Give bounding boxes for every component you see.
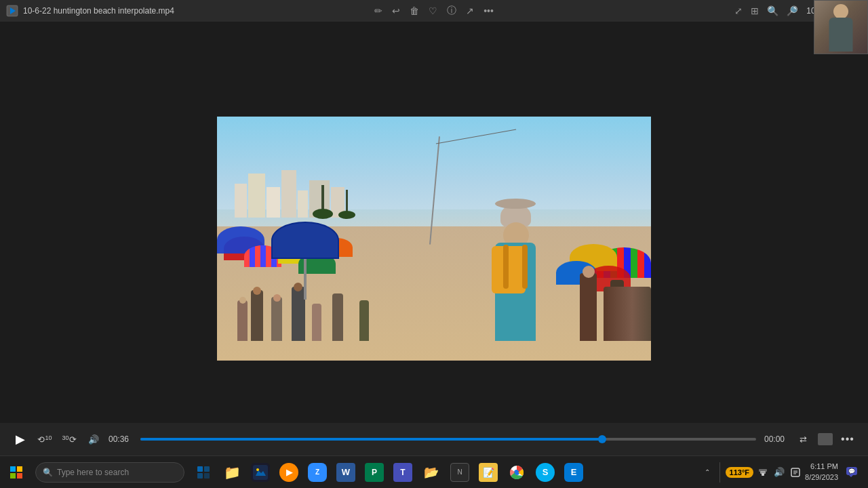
clock-date: 8/29/2023 <box>805 472 838 483</box>
zoom-in-icon[interactable]: 🔍 <box>787 5 798 16</box>
title-bar-center: ✏ ↩ 🗑 ♡ ⓘ ↗ ••• <box>374 5 494 17</box>
more-icon[interactable]: ••• <box>484 5 494 16</box>
volume-button[interactable]: 🔊 <box>84 430 103 449</box>
svg-marker-23 <box>849 475 853 477</box>
webcam-video <box>814 1 867 54</box>
svg-rect-8 <box>197 473 203 479</box>
svg-rect-2 <box>10 466 16 472</box>
zoom-out-icon[interactable]: 🔍 <box>767 5 778 16</box>
show-hidden-icons[interactable]: ⌃ <box>701 466 714 479</box>
svg-rect-5 <box>17 473 22 479</box>
taskbar-word[interactable]: W <box>332 459 359 486</box>
taskbar-system-tray: ⌃ 113°F 🔊 6:11 PM 8/29/2023 <box>701 462 868 483</box>
taskbar-publisher[interactable]: P <box>361 459 388 486</box>
taskbar-skype[interactable]: S <box>532 459 559 486</box>
search-placeholder: Type here to search <box>57 468 129 477</box>
taskbar-edge[interactable]: E <box>560 459 587 486</box>
share-icon[interactable]: ↗ <box>466 5 474 16</box>
svg-rect-3 <box>17 466 22 472</box>
end-time: 00:00 <box>764 434 788 444</box>
search-bar[interactable]: 🔍 Type here to search <box>35 462 184 483</box>
svg-rect-4 <box>10 473 16 479</box>
video-frame <box>217 117 651 361</box>
taskbar-task-view[interactable] <box>190 459 217 486</box>
search-icon: 🔍 <box>43 468 53 477</box>
start-button[interactable] <box>0 456 33 489</box>
title-bar: 10-6-22 huntington beach interpolate.mp4… <box>0 0 868 22</box>
shuffle-button[interactable]: ⇄ <box>793 430 812 449</box>
taskbar-zoom[interactable]: Z <box>304 459 331 486</box>
clock-time: 6:11 PM <box>805 462 838 472</box>
more-controls-button[interactable]: ••• <box>838 430 857 449</box>
fit-icon[interactable]: ⊞ <box>751 5 759 16</box>
player-controls: ▶ ⟲10 30⟳ 🔊 00:36 00:00 ⇄ ••• <box>0 423 868 455</box>
taskbar-chrome[interactable] <box>503 459 530 486</box>
progress-fill <box>140 438 602 441</box>
current-time: 00:36 <box>108 434 132 444</box>
taskbar-notepad[interactable]: N <box>446 459 473 486</box>
svg-point-12 <box>256 468 259 471</box>
playlist-button[interactable] <box>818 433 833 445</box>
info-icon[interactable]: ⓘ <box>447 5 456 17</box>
expand-icon[interactable]: ⤢ <box>734 5 743 16</box>
svg-text:💬: 💬 <box>848 468 855 474</box>
taskbar-apps: 📁 ▶ Z W <box>187 459 590 486</box>
taskbar-sticky-notes[interactable]: 📝 <box>475 459 502 486</box>
delete-icon[interactable]: 🗑 <box>410 5 419 16</box>
network-icon[interactable] <box>756 466 770 479</box>
title-text: 10-6-22 huntington beach interpolate.mp4 <box>23 6 174 16</box>
app-icon <box>5 4 19 18</box>
play-button[interactable]: ▶ <box>11 430 30 449</box>
svg-rect-17 <box>759 469 767 472</box>
taskbar: 🔍 Type here to search 📁 <box>0 455 868 488</box>
title-bar-left: 10-6-22 huntington beach interpolate.mp4 <box>5 4 174 18</box>
taskbar-photos[interactable] <box>247 459 274 486</box>
progress-bar[interactable] <box>140 438 756 441</box>
tray-separator <box>719 462 720 483</box>
taskbar-vlc[interactable]: ▶ <box>275 459 302 486</box>
progress-thumb <box>598 435 606 443</box>
video-canvas <box>217 117 651 361</box>
markup-icon[interactable]: ✏ <box>374 5 382 16</box>
taskbar-file-explorer[interactable]: 📁 <box>218 459 245 486</box>
rewind-button[interactable]: ⟲10 <box>35 430 54 449</box>
forward-button[interactable]: 30⟳ <box>60 430 79 449</box>
favorite-icon[interactable]: ♡ <box>429 5 437 16</box>
svg-rect-9 <box>204 473 210 479</box>
taskbar-teams[interactable]: T <box>389 459 416 486</box>
webcam-overlay <box>814 0 868 54</box>
taskbar-file-manager[interactable]: 📂 <box>418 459 445 486</box>
undo-icon[interactable]: ↩ <box>392 5 400 16</box>
temperature-badge: 113°F <box>726 467 753 478</box>
sound-icon[interactable]: 🔊 <box>772 466 786 479</box>
chat-button[interactable]: 💬 <box>841 462 863 483</box>
svg-rect-6 <box>197 466 203 472</box>
action-center-icon[interactable] <box>789 466 802 479</box>
system-clock[interactable]: 6:11 PM 8/29/2023 <box>805 462 838 483</box>
svg-rect-7 <box>204 466 210 472</box>
main-content <box>0 22 868 455</box>
